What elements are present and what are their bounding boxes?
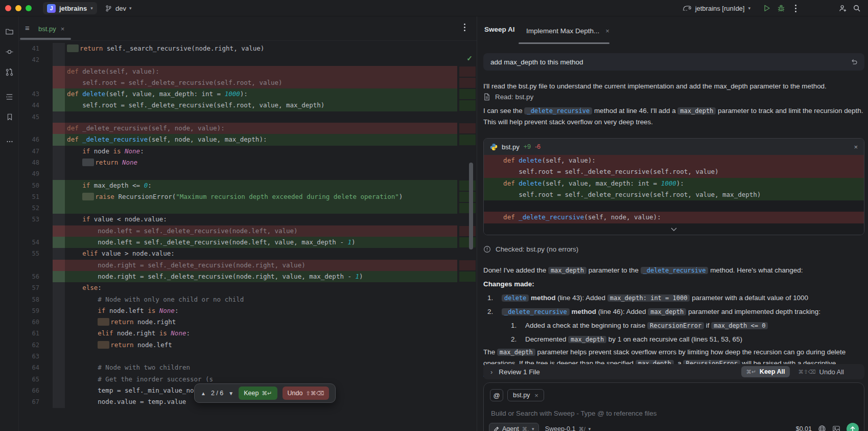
whitespace-change-chip [98,318,109,326]
close-tab-icon[interactable]: × [61,25,65,33]
code-line: 47 if node is None: [19,146,477,157]
line-number: 47 [19,146,39,157]
run-configuration-selector[interactable]: jetbrains [runIde] ▾ [683,5,750,12]
line-number: 60 [19,316,39,328]
line-number: 57 [19,282,39,293]
chevron-down-icon: ▾ [90,6,93,11]
editor-options-icon[interactable] [464,24,465,31]
undo-all-button[interactable]: ⌘⇧⌫ Undo All [798,368,844,376]
attach-image-icon[interactable] [832,425,840,431]
title-bar: J jetbrains ▾ dev ▾ j [0,0,868,16]
review-files-bar[interactable]: › Review 1 File ⌘↵ Keep All ⌘⇧⌫ Undo All [483,364,864,379]
user-message: add max_depth to this method [483,53,864,71]
close-chat-tab-icon[interactable]: × [605,27,609,35]
code-line: 48 return None [19,157,477,168]
whitespace-change-chip [67,44,79,52]
chevron-down-icon: ▾ [532,426,534,431]
line-number: 50 [19,180,39,191]
project-tool-button[interactable] [0,22,19,40]
change-list-item: 2._delete_recursive method (line 46): Ad… [483,306,864,317]
line-number: 64 [19,362,39,373]
activity-bar [0,16,19,431]
agent-mode-selector[interactable]: Agent ⌘. ▾ [489,423,539,431]
lines-added-count: +9 [524,143,531,150]
more-actions-button[interactable] [788,1,803,15]
search-everywhere-button[interactable] [850,1,864,15]
panel-header: Sweep AI Implement Max Depth... × [477,16,868,45]
code-line: 59 if node.left is None: [19,305,477,316]
close-window-button[interactable] [5,5,11,11]
code-with-me-button[interactable] [835,1,850,15]
code-line: 52 [19,202,477,214]
editor-scrollbar-thumb[interactable] [469,163,473,249]
window-controls [5,5,32,11]
web-search-icon[interactable] [818,425,826,431]
chevron-down-icon: ▾ [129,6,132,11]
editor-error-stripe[interactable]: ✓ [458,41,477,431]
diff-card-header: bst.py +9 -6 × [484,139,864,155]
editor-tab-bst-py[interactable]: bst.py × [34,19,68,38]
restore-message-icon[interactable] [851,58,858,65]
next-change-button[interactable]: ▼ [228,391,233,396]
code-line: 46 def _delete_recursive(self, node, val… [19,134,477,145]
diff-rows: def delete(self, value): self.root = sel… [484,155,864,223]
line-number: 48 [19,157,39,168]
editor-tab-list-icon[interactable]: ≡ [25,24,30,32]
line-number: 55 [19,248,39,259]
file-context-chip[interactable]: bst.py × [507,389,544,401]
code-line: 57 else: [19,282,477,293]
more-tool-windows-button[interactable] [0,133,19,150]
code-editor[interactable]: 41 return self._search_recursive(node.ri… [19,43,477,408]
add-reference-button[interactable]: @ [490,389,503,401]
keep-all-button[interactable]: ⌘↵ Keep All [741,366,790,377]
undo-change-button[interactable]: Undo ⇧⌘⌫ [283,387,330,400]
branch-selector[interactable]: dev ▾ [105,2,132,14]
ide-window: J jetbrains ▾ dev ▾ j [0,0,868,431]
assistant-message: I can see the _delete_recursive method a… [483,105,864,128]
project-selector[interactable]: J jetbrains ▾ [43,2,97,14]
chat-input-placeholder[interactable]: Build or Search with Sweep - Type @ to r… [491,410,656,417]
line-number: 65 [19,374,39,385]
whitespace-change-chip [98,341,109,349]
read-file-status[interactable]: Read: bst.py [483,93,864,101]
expand-diff-button[interactable] [484,223,864,235]
diff-line: def delete(self, value): [484,155,864,166]
assistant-message: Done! I've added the max_depth parameter… [483,265,864,276]
line-number: 44 [19,100,39,111]
debug-button[interactable] [774,1,788,15]
minimize-window-button[interactable] [15,5,21,11]
commit-tool-button[interactable] [0,43,19,60]
keep-change-button[interactable]: Keep ⌘↵ [239,387,277,400]
change-list-item: 1.delete method (line 43): Added max_dep… [483,292,864,304]
close-diff-card-icon[interactable]: × [854,143,858,151]
session-cost: $0.01 [796,425,812,431]
file-icon [483,93,490,101]
active-chat-tab-indicator [519,42,609,44]
line-number: 66 [19,385,39,396]
editor-pane: ≡ bst.py × 41 return self._search_recurs… [19,16,477,431]
bookmarks-tool-button[interactable] [0,108,19,126]
code-line: 63 [19,351,477,362]
chat-tab[interactable]: Implement Max Depth... × [521,22,615,39]
checked-file-status[interactable]: Checked: bst.py (no errors) [483,245,864,253]
code-line: self.root = self._delete_recursive(self.… [19,77,477,88]
change-list-item: 2.Decremented max_depth by 1 on each rec… [483,334,864,345]
chat-input-card[interactable]: @ bst.py × Build or Search with Sweep - … [483,382,864,431]
code-line: 55 elif value > node.value: [19,248,477,259]
run-button[interactable] [760,1,774,15]
active-tab-indicator [20,38,71,40]
structure-tool-button[interactable] [0,88,19,105]
editor-tab-bar: ≡ bst.py × [19,16,477,41]
remove-file-chip-icon[interactable]: × [534,392,538,399]
changes-list: 1.delete method (line 43): Added max_dep… [483,292,864,348]
pull-requests-tool-button[interactable] [0,63,19,81]
whitespace-change-chip [82,158,94,166]
model-selector[interactable]: Sweep-0.1 ⌘/ ▾ [545,425,591,431]
send-button[interactable] [847,423,859,431]
line-number: 58 [19,294,39,305]
previous-change-button[interactable]: ▲ [201,391,206,396]
line-number: 45 [19,111,39,123]
zoom-window-button[interactable] [26,5,32,11]
line-number: 43 [19,88,39,100]
line-number: 51 [19,191,39,202]
